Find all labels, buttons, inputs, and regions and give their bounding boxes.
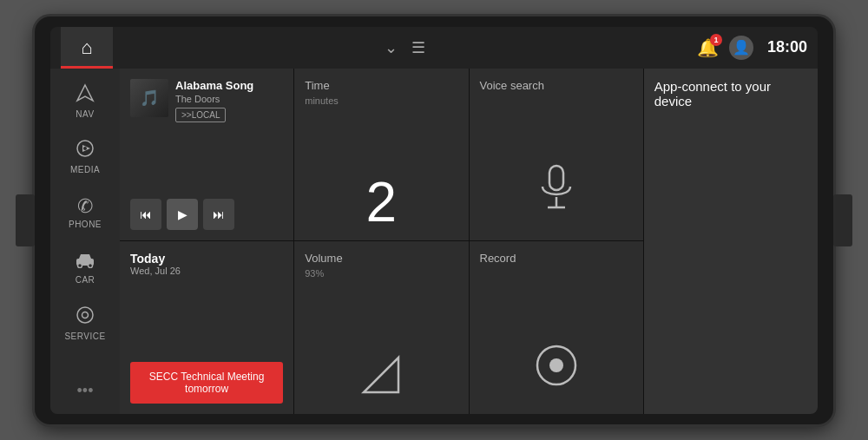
local-button[interactable]: >>LOCAL [175,108,226,122]
calendar-day: Today [130,252,283,266]
calendar-date: Wed, Jul 26 [130,266,283,276]
svg-marker-0 [77,85,93,101]
main-area: NAV MEDIA ✆ PHONE CAR [50,69,818,414]
record-icon [535,344,578,397]
volume-triangle-icon [305,353,457,404]
content-area: 🎵 Alabama Song The Doors >>LOCAL ⏮ ▶ ⏭ [120,69,818,414]
svg-point-3 [83,147,87,150]
volume-tile[interactable]: Volume 93% [294,241,468,414]
next-button[interactable]: ⏭ [203,199,234,230]
prev-button[interactable]: ⏮ [130,199,161,230]
time-tile[interactable]: Time minutes 2 [294,69,468,241]
music-header: 🎵 Alabama Song The Doors >>LOCAL [130,79,283,122]
service-icon [76,305,95,330]
svg-rect-9 [549,166,563,190]
screen: ⌂ ⌄ ☰ 🔔 1 👤 18:00 [50,27,818,414]
calendar-tile-inner: Today Wed, Jul 26 SECC Technical Meeting… [130,252,283,404]
notification-bell[interactable]: 🔔 1 [697,37,719,58]
user-avatar[interactable]: 👤 [729,36,753,60]
svg-point-7 [77,307,93,323]
song-title: Alabama Song [175,79,253,92]
svg-point-8 [82,312,89,319]
volume-tile-inner: Volume 93% [305,252,457,404]
play-button[interactable]: ▶ [167,199,198,230]
music-tile: 🎵 Alabama Song The Doors >>LOCAL ⏮ ▶ ⏭ [120,69,293,241]
sidebar: NAV MEDIA ✆ PHONE CAR [50,69,120,414]
calendar-tile[interactable]: Today Wed, Jul 26 SECC Technical Meeting… [120,241,293,414]
album-art-image: 🎵 [130,79,168,117]
sidebar-item-phone[interactable]: ✆ PHONE [55,187,115,239]
app-connect-tile[interactable]: App-connect to your device [644,69,818,414]
time-tile-inner: Time minutes 2 [305,79,457,231]
app-connect-title: App-connect to your device [654,79,807,108]
clock: 18:00 [767,38,807,56]
sidebar-item-car[interactable]: CAR [55,242,115,294]
home-tab[interactable]: ⌂ [61,27,113,69]
music-controls: ⏮ ▶ ⏭ [130,199,283,230]
svg-point-5 [78,264,82,268]
mount-bracket-right [833,194,852,246]
nav-icon [76,83,95,108]
avatar-icon: 👤 [733,39,750,56]
phone-icon: ✆ [77,195,93,218]
time-tile-title: Time [305,79,457,92]
phone-label: PHONE [69,220,102,229]
svg-point-6 [89,264,93,268]
sidebar-item-service[interactable]: SERVICE [55,298,115,350]
device-shell: ⌂ ⌄ ☰ 🔔 1 👤 18:00 [35,16,833,424]
home-icon: ⌂ [81,36,92,59]
record-tile-inner: Record [480,252,633,404]
media-label: MEDIA [70,165,100,174]
voice-tile-inner: Voice search [480,79,633,231]
car-icon [75,251,95,273]
artist-name: The Doors [175,94,253,104]
volume-tile-title: Volume [305,252,457,265]
time-tile-subtitle: minutes [305,95,457,106]
car-label: CAR [76,275,95,285]
more-dots[interactable]: ••• [77,382,94,400]
volume-percent: 93% [305,268,457,279]
sidebar-item-media[interactable]: MEDIA [55,131,115,183]
top-bar-center: ⌄ ☰ [113,38,697,57]
time-value: 2 [305,174,457,230]
voice-tile[interactable]: Voice search [470,69,643,241]
mic-icon [537,164,575,223]
album-art: 🎵 [130,79,168,117]
top-bar-right: 🔔 1 👤 18:00 [697,36,807,60]
record-tile-title: Record [480,252,633,265]
svg-point-14 [549,358,563,372]
record-tile[interactable]: Record [470,241,643,414]
nav-label: NAV [76,109,94,119]
svg-marker-12 [364,358,398,392]
menu-icon[interactable]: ☰ [411,38,425,57]
top-bar: ⌂ ⌄ ☰ 🔔 1 👤 18:00 [50,27,818,69]
notification-badge: 1 [710,34,722,46]
sidebar-item-nav[interactable]: NAV [55,76,115,128]
voice-tile-title: Voice search [480,79,633,92]
music-info: Alabama Song The Doors >>LOCAL [175,79,253,122]
calendar-event: SECC Technical Meeting tomorrow [130,362,283,404]
media-icon [76,139,95,163]
service-label: SERVICE [64,332,105,341]
dropdown-arrow-icon: ⌄ [385,38,398,57]
mount-bracket-left [16,194,35,246]
